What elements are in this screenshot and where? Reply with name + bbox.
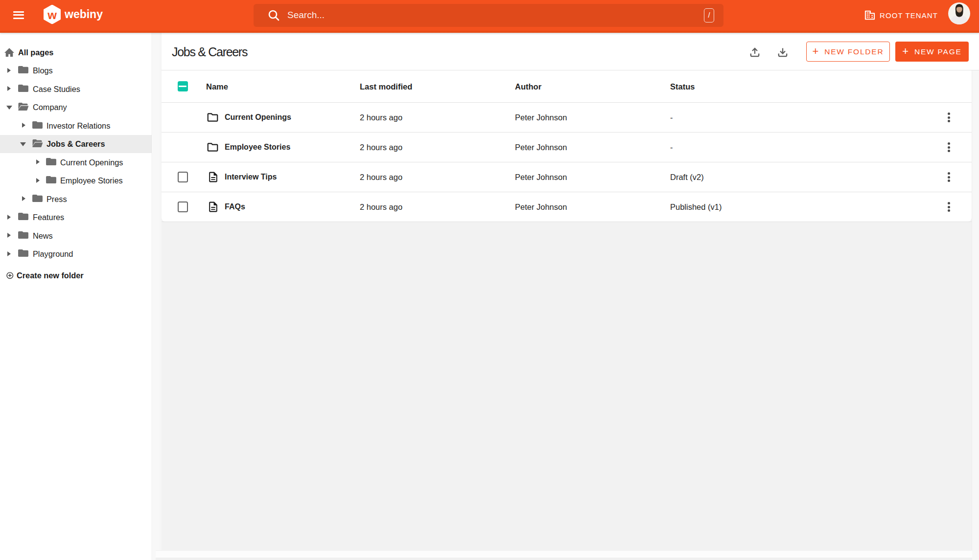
svg-text:w: w (47, 8, 57, 22)
